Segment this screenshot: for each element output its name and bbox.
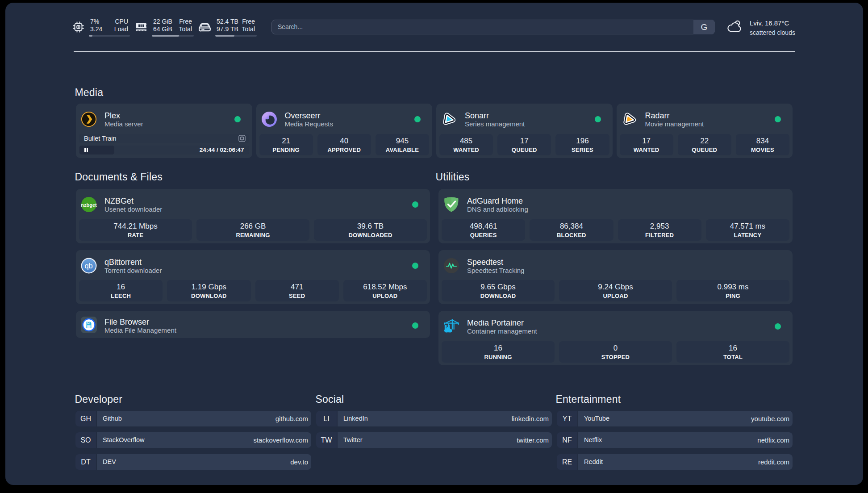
svg-text:qb: qb bbox=[84, 262, 92, 270]
svg-text:nzbget: nzbget bbox=[81, 202, 97, 208]
